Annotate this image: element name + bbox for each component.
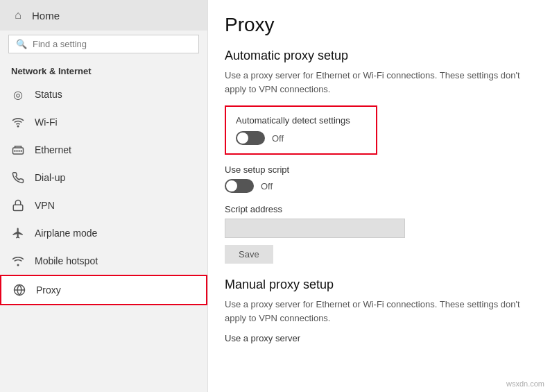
use-setup-script-toggle-row: Off <box>225 179 533 193</box>
use-proxy-label: Use a proxy server <box>225 333 533 343</box>
automatic-description: Use a proxy server for Ethernet or Wi-Fi… <box>225 69 533 96</box>
svg-point-7 <box>17 264 19 266</box>
use-setup-script-toggle-label: Off <box>261 181 273 191</box>
auto-detect-toggle-label: Off <box>272 133 284 144</box>
page-title: Proxy <box>225 14 533 36</box>
script-address-input[interactable] <box>225 219 405 238</box>
ethernet-icon <box>11 143 25 157</box>
search-icon: 🔍 <box>16 39 27 49</box>
proxy-icon <box>12 283 26 297</box>
sidebar-item-label: Proxy <box>36 284 61 296</box>
sidebar-item-dialup[interactable]: Dial-up <box>0 164 207 191</box>
sidebar-item-label: Dial-up <box>35 172 65 183</box>
search-box: 🔍 <box>8 35 199 53</box>
svg-rect-6 <box>13 205 23 210</box>
watermark: wsxdn.com <box>506 380 544 388</box>
sidebar-item-hotspot[interactable]: Mobile hotspot <box>0 247 207 275</box>
auto-detect-label: Automatically detect settings <box>236 115 366 126</box>
main-content: Proxy Automatic proxy setup Use a proxy … <box>208 0 550 392</box>
vpn-icon <box>11 198 25 212</box>
auto-detect-box: Automatically detect settings Off <box>225 105 377 155</box>
sidebar-item-airplane[interactable]: Airplane mode <box>0 219 207 247</box>
wifi-icon <box>11 115 25 129</box>
sidebar-item-label: Wi-Fi <box>35 117 58 128</box>
script-address-label: Script address <box>225 204 533 214</box>
sidebar-item-wifi[interactable]: Wi-Fi <box>0 108 207 136</box>
sidebar-item-status[interactable]: ◎ Status <box>0 80 207 108</box>
save-button[interactable]: Save <box>225 245 273 264</box>
sidebar-home-label: Home <box>32 10 60 22</box>
sidebar: ⌂ Home 🔍 Network & Internet ◎ Status Wi-… <box>0 0 208 392</box>
sidebar-item-label: Airplane mode <box>35 228 97 239</box>
airplane-icon <box>11 226 25 240</box>
sidebar-item-label: VPN <box>35 200 55 211</box>
manual-section-title: Manual proxy setup <box>225 278 533 292</box>
sidebar-home[interactable]: ⌂ Home <box>0 0 207 31</box>
dialup-icon <box>11 171 25 185</box>
use-setup-script-group: Use setup script Off <box>225 164 533 193</box>
auto-detect-toggle[interactable] <box>236 131 265 145</box>
sidebar-item-label: Mobile hotspot <box>35 255 98 266</box>
search-input[interactable] <box>33 39 191 49</box>
sidebar-item-vpn[interactable]: VPN <box>0 191 207 219</box>
auto-detect-toggle-row: Off <box>236 131 366 145</box>
use-setup-script-toggle[interactable] <box>225 179 254 193</box>
sidebar-item-label: Ethernet <box>35 144 71 155</box>
use-setup-script-label: Use setup script <box>225 164 533 175</box>
automatic-section-title: Automatic proxy setup <box>225 49 533 63</box>
svg-point-0 <box>17 126 19 127</box>
manual-description: Use a proxy server for Ethernet or Wi-Fi… <box>225 298 533 325</box>
sidebar-item-proxy[interactable]: Proxy <box>0 275 207 305</box>
sidebar-item-label: Status <box>35 89 62 100</box>
home-icon: ⌂ <box>11 8 25 22</box>
hotspot-icon <box>11 254 25 268</box>
status-icon: ◎ <box>11 87 25 101</box>
sidebar-section-title: Network & Internet <box>0 60 207 80</box>
sidebar-item-ethernet[interactable]: Ethernet <box>0 136 207 164</box>
